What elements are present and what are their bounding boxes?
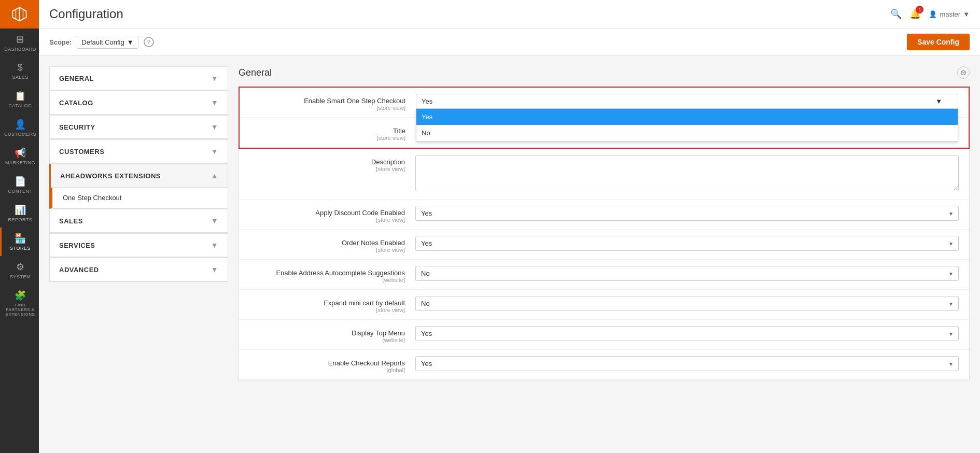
accordion-customers-header[interactable]: CUSTOMERS ▼ bbox=[50, 140, 228, 163]
accordion-label: SALES bbox=[59, 217, 83, 225]
dropdown-value: Yes bbox=[422, 97, 432, 105]
accordion-catalog-header[interactable]: CATALOG ▼ bbox=[50, 91, 228, 115]
sales-icon: $ bbox=[18, 62, 23, 73]
accordion-label: GENERAL bbox=[59, 75, 94, 82]
form-section-main: Description [store view] Apply Discount … bbox=[239, 149, 970, 380]
form-row-description: Description [store view] bbox=[239, 149, 969, 200]
content-icon: 📄 bbox=[15, 176, 26, 187]
form-row-display-top-menu: Display Top Menu [website] Yes No bbox=[239, 320, 969, 350]
form-label-address-autocomplete: Enable Address Autocomplete Suggestions bbox=[249, 269, 405, 277]
accordion-services-header[interactable]: SERVICES ▼ bbox=[50, 234, 228, 257]
dashboard-icon: ⊞ bbox=[16, 34, 24, 45]
form-row-address-autocomplete: Enable Address Autocomplete Suggestions … bbox=[239, 260, 969, 290]
scope-bar: Scope: Default Config ▼ ? Save Config bbox=[39, 29, 980, 56]
search-icon[interactable]: 🔍 bbox=[890, 8, 902, 20]
form-sublabel-description: [store view] bbox=[249, 166, 405, 172]
sidebar-item-sales[interactable]: $ SALES bbox=[0, 57, 39, 85]
accordion-general-header[interactable]: GENERAL ▼ bbox=[50, 67, 228, 90]
user-chevron-icon: ▼ bbox=[963, 10, 970, 18]
sidebar-item-label: CATALOG bbox=[8, 103, 32, 108]
accordion-security-header[interactable]: SECURITY ▼ bbox=[50, 116, 228, 139]
notification-badge: 1 bbox=[916, 6, 923, 13]
scope-select[interactable]: Default Config ▼ bbox=[77, 36, 138, 49]
form-label-col: Description [store view] bbox=[249, 155, 405, 172]
select-wrapper-expand-mini-cart: No Yes bbox=[415, 296, 959, 311]
address-autocomplete-select[interactable]: No Yes bbox=[415, 266, 959, 281]
sidebar-item-dashboard[interactable]: ⊞ DASHBOARD bbox=[0, 29, 39, 57]
form-label-expand-mini-cart: Expand mini cart by default bbox=[249, 299, 405, 307]
logo[interactable] bbox=[0, 0, 39, 29]
form-sublabel-expand-mini-cart: [store view] bbox=[249, 307, 405, 313]
chevron-up-icon: ▲ bbox=[211, 172, 218, 180]
select-wrapper-enable-checkout-reports: Yes No bbox=[415, 356, 959, 371]
help-icon[interactable]: ? bbox=[144, 37, 154, 47]
chevron-down-icon: ▼ bbox=[211, 98, 218, 107]
form-label-title: Title bbox=[250, 127, 405, 135]
sidebar-item-system[interactable]: ⚙ SYSTEM bbox=[0, 256, 39, 285]
select-wrapper-display-top-menu: Yes No bbox=[415, 326, 959, 341]
sidebar-item-find[interactable]: 🧩 FIND PARTNERS & EXTENSIONS bbox=[0, 285, 39, 322]
main-area: Configuration 🔍 🔔 1 👤 master ▼ Scope: D bbox=[39, 0, 980, 453]
order-notes-select[interactable]: Yes No bbox=[415, 236, 959, 251]
form-label-col: Enable Checkout Reports [global] bbox=[249, 356, 405, 373]
expand-mini-cart-select[interactable]: No Yes bbox=[415, 296, 959, 311]
accordion-sales: SALES ▼ bbox=[49, 209, 228, 233]
form-field-apply-discount: Yes No bbox=[415, 206, 959, 221]
form-label-col: Order Notes Enabled [store view] bbox=[249, 236, 405, 253]
enable-checkout-reports-select[interactable]: Yes No bbox=[415, 356, 959, 371]
accordion-services: SERVICES ▼ bbox=[49, 233, 228, 258]
form-row-apply-discount: Apply Discount Code Enabled [store view]… bbox=[239, 200, 969, 230]
display-top-menu-select[interactable]: Yes No bbox=[415, 326, 959, 341]
description-textarea[interactable] bbox=[415, 155, 959, 191]
select-wrapper-apply-discount: Yes No bbox=[415, 206, 959, 221]
dropdown-list-enable-smart: Yes No bbox=[416, 109, 958, 141]
chevron-down-icon: ▼ bbox=[211, 265, 218, 274]
form-label-enable-checkout-reports: Enable Checkout Reports bbox=[249, 359, 405, 367]
form-row-enable-checkout-reports: Enable Checkout Reports [global] Yes No bbox=[239, 350, 969, 380]
save-config-button[interactable]: Save Config bbox=[907, 34, 970, 50]
scope-left: Scope: Default Config ▼ ? bbox=[49, 36, 154, 49]
dropdown-display-enable-smart[interactable]: Yes ▼ bbox=[416, 94, 958, 109]
dropdown-option-no[interactable]: No bbox=[416, 125, 958, 141]
dropdown-chevron-icon: ▼ bbox=[935, 97, 942, 105]
accordion-aheadworks: AHEADWORKS EXTENSIONS ▲ One Step Checkou… bbox=[49, 164, 228, 209]
section-header: General ⊖ bbox=[239, 66, 970, 79]
right-panel: General ⊖ Enable Smart One Step Checkout… bbox=[239, 66, 970, 443]
notifications-button[interactable]: 🔔 1 bbox=[909, 8, 921, 20]
chevron-down-icon: ▼ bbox=[211, 147, 218, 155]
sidebar-item-marketing[interactable]: 📢 MARKETING bbox=[0, 142, 39, 171]
dropdown-enable-smart[interactable]: Yes ▼ Yes No bbox=[416, 94, 958, 109]
marketing-icon: 📢 bbox=[15, 147, 26, 159]
sidebar-item-reports[interactable]: 📊 REPORTS bbox=[0, 199, 39, 228]
apply-discount-select[interactable]: Yes No bbox=[415, 206, 959, 221]
form-sublabel-display-top-menu: [website] bbox=[249, 337, 405, 343]
form-label-display-top-menu: Display Top Menu bbox=[249, 329, 405, 337]
accordion-advanced-header[interactable]: ADVANCED ▼ bbox=[50, 258, 228, 281]
left-panel: GENERAL ▼ CATALOG ▼ SECURITY ▼ bbox=[49, 66, 228, 443]
sidebar-item-content[interactable]: 📄 CONTENT bbox=[0, 171, 39, 199]
form-sublabel-title: [store view] bbox=[250, 135, 405, 141]
collapse-section-button[interactable]: ⊖ bbox=[957, 66, 970, 79]
form-sublabel-order-notes: [store view] bbox=[249, 247, 405, 253]
form-field-description bbox=[415, 155, 959, 193]
dropdown-option-yes[interactable]: Yes bbox=[416, 109, 958, 125]
user-name: master bbox=[940, 10, 960, 18]
stores-icon: 🏪 bbox=[15, 233, 26, 244]
sidebar-item-label: DASHBOARD bbox=[4, 47, 36, 52]
accordion-aheadworks-header[interactable]: AHEADWORKS EXTENSIONS ▲ bbox=[51, 164, 228, 188]
page-title: Configuration bbox=[49, 7, 123, 21]
header-actions: 🔍 🔔 1 👤 master ▼ bbox=[890, 8, 970, 20]
accordion-label: CATALOG bbox=[59, 99, 93, 107]
form-label-col: Enable Smart One Step Checkout [store vi… bbox=[250, 94, 405, 111]
user-menu-button[interactable]: 👤 master ▼ bbox=[929, 10, 970, 18]
sidebar-item-label: CUSTOMERS bbox=[4, 132, 36, 137]
scope-chevron-icon: ▼ bbox=[127, 38, 134, 46]
sidebar-item-customers[interactable]: 👤 CUSTOMERS bbox=[0, 114, 39, 142]
sub-item-label: One Step Checkout bbox=[63, 194, 121, 202]
header: Configuration 🔍 🔔 1 👤 master ▼ bbox=[39, 0, 980, 29]
user-avatar-icon: 👤 bbox=[929, 10, 937, 18]
accordion-sales-header[interactable]: SALES ▼ bbox=[50, 209, 228, 233]
accordion-sub-one-step-checkout[interactable]: One Step Checkout bbox=[51, 188, 228, 208]
sidebar-item-stores[interactable]: 🏪 STORES bbox=[0, 228, 39, 256]
sidebar-item-catalog[interactable]: 📋 CATALOG bbox=[0, 85, 39, 114]
